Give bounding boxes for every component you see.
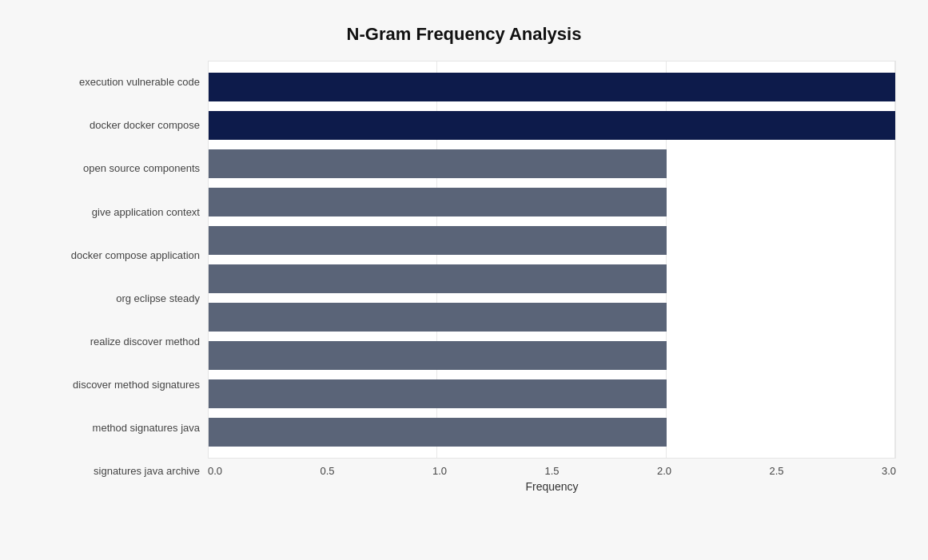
x-axis-label: Frequency [208,480,896,493]
bar-row [209,415,895,450]
y-label: realize discover method [90,336,200,348]
y-label: open source components [83,162,200,175]
bar-row [209,261,895,296]
x-tick: 0.0 [208,465,222,477]
x-tick: 0.5 [320,465,334,477]
y-label: discover method signatures [73,379,200,391]
y-label: org eclipse steady [116,292,200,305]
bar-row [209,376,895,411]
x-tick: 3.0 [882,465,896,477]
x-tick: 1.5 [544,465,559,477]
bar-give-application-context [209,188,667,216]
bar-row [209,70,895,105]
x-tick: 2.0 [657,465,671,477]
x-tick: 2.5 [769,465,783,477]
chart-area: execution vulnerable codedocker docker c… [32,61,896,493]
bar-signatures-java-archive [209,418,667,447]
bar-docker-compose-application [209,226,667,255]
bar-method-signatures-java [209,379,667,408]
y-label: signatures java archive [94,465,200,478]
bar-row [209,223,895,258]
y-label: execution vulnerable code [79,76,200,89]
y-label: docker compose application [71,249,200,262]
bar-open-source-components [209,149,667,178]
bar-realize-discover-method [209,303,667,332]
bar-row [209,146,895,181]
bar-row [209,108,895,143]
x-axis: 0.00.51.01.52.02.53.0 Frequency [208,462,896,493]
y-labels: execution vulnerable codedocker docker c… [32,61,208,493]
y-label: give application context [92,206,200,219]
bar-execution-vulnerable-code [209,73,895,101]
bar-org-eclipse-steady [209,264,667,293]
bar-discover-method-signatures [209,341,667,370]
x-ticks: 0.00.51.01.52.02.53.0 [208,462,896,479]
bar-row [209,338,895,373]
bars-area [208,61,896,459]
x-tick: 1.0 [432,465,447,477]
chart-title: N-Gram Frequency Analysis [32,16,896,45]
y-label: docker docker compose [90,119,200,132]
bars-and-xaxis: 0.00.51.01.52.02.53.0 Frequency [208,61,896,493]
bar-row [209,300,895,335]
bar-row [209,185,895,220]
bar-docker-docker-compose [209,111,895,140]
chart-container: N-Gram Frequency Analysis execution vuln… [0,0,928,560]
y-label: method signatures java [93,422,200,435]
